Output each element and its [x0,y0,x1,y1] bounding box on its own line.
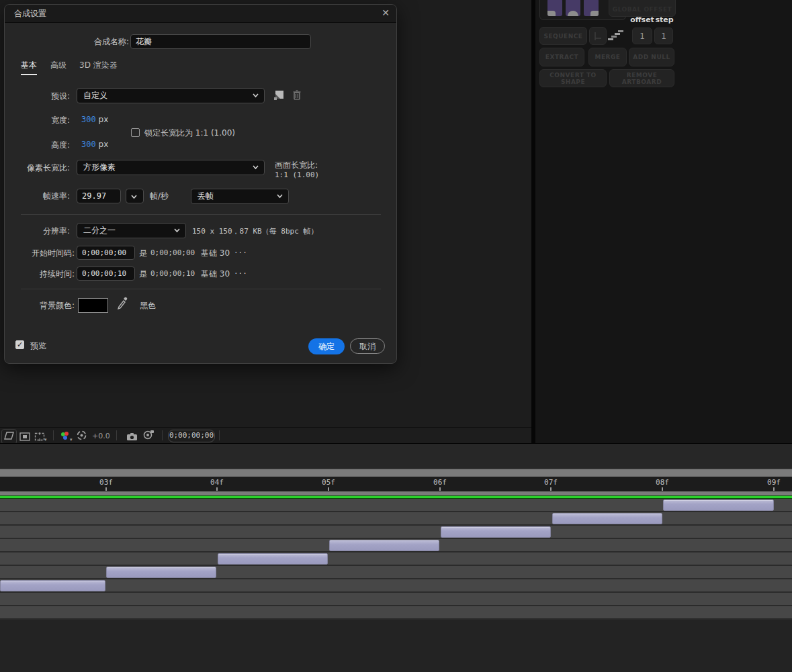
align-icon-button[interactable] [589,27,607,45]
app-window: 合成设置 ✕ 合成名称: 花瓣 基本 高级 3D 渲染器 预设: 自定义 [0,0,792,672]
duration-abs-text: 0;00;00;10 [150,269,195,278]
tab-advanced[interactable]: 高级 [50,60,67,71]
merge-button[interactable]: MERGE [588,48,627,66]
divider [21,289,381,289]
preview-timecode[interactable]: 0;00;00;00 [168,430,215,442]
ruler-tick [105,487,107,491]
timeline-scrollbar[interactable] [0,469,792,477]
chevron-down-icon: ▾ [44,437,47,442]
dropframe-dropdown[interactable]: 丢帧 [191,189,289,204]
timeline-panel: 03f04f05f06f07f08f09f [0,443,792,672]
remove-artboard-button[interactable]: REMOVE ARTBOARD [609,69,674,87]
duration-is-text: 是 [139,269,147,280]
lock-aspect-checkbox[interactable] [131,128,140,137]
background-color-name: 黑色 [140,300,156,311]
ruler-tick [773,487,775,491]
width-number[interactable]: 300 [81,115,96,124]
exposure-value[interactable]: +0.0 [92,432,110,440]
height-unit: px [99,140,109,149]
layer-duration-bar[interactable] [218,553,328,565]
dialog-titlebar[interactable]: 合成设置 ✕ [5,5,396,23]
height-value[interactable]: 300 px [81,140,108,149]
composition-name-label: 合成名称: [94,36,129,48]
background-color-swatch[interactable] [78,298,108,313]
layer-duration-bar[interactable] [106,567,216,578]
shape-draw-icon[interactable] [1,429,17,444]
preview-checkbox[interactable]: ✓ [15,340,24,349]
extract-button[interactable]: EXTRACT [539,48,584,66]
ruler-tick [439,487,441,491]
layer-thumb-icon[interactable] [547,0,562,16]
add-null-button[interactable]: ADD NULL [629,48,674,66]
width-unit: px [99,115,109,124]
layer-duration-bar[interactable] [441,526,551,538]
ruler-frame-label: 08f [656,478,669,487]
layer-thumb-icon[interactable] [584,0,599,16]
ruler-frame-label: 06f [433,478,447,487]
convert-to-shape-button[interactable]: CONVERT TO SHAPE [539,69,607,87]
resolution-dropdown[interactable]: 二分之一 [77,223,186,238]
toolbar-separator [116,430,117,440]
timeline-ruler[interactable]: 03f04f05f06f07f08f09f [0,477,792,491]
start-is-text: 是 [139,248,147,259]
offset-input[interactable]: 1 [632,28,652,44]
start-timecode-input[interactable]: 0;00;00;00 [77,246,135,260]
ruler-tick [216,487,218,491]
snapshot-camera-icon[interactable] [126,431,138,444]
chevron-down-icon [252,91,259,99]
ruler-tick [328,487,329,491]
tab-3d-renderer[interactable]: 3D 渲染器 [79,60,118,71]
frame-aspect-label: 画面长宽比: [275,160,318,171]
layer-duration-bar[interactable] [663,499,774,511]
offset-label: offset [629,15,656,24]
start-abs-text: 0;00;00;00 [150,248,195,257]
frame-rate-input[interactable]: 29.97 [77,189,121,203]
script-panel: GLOBAL OFFSET offset step SEQUENCE 1 1 E… [535,0,792,443]
duration-more-text: ... [234,267,247,276]
pixel-aspect-dropdown[interactable]: 方形像素 [77,160,265,175]
global-offset-button[interactable]: GLOBAL OFFSET [609,0,676,17]
preset-label: 预设: [51,91,70,102]
preset-dropdown[interactable]: 自定义 [77,88,265,103]
frame-rate-preset-dropdown[interactable] [126,189,144,203]
sequence-button[interactable]: SEQUENCE [539,27,587,45]
stagger-sequence-icon[interactable] [608,30,624,44]
close-icon[interactable]: ✕ [382,7,390,18]
toolbar-separator [162,430,163,440]
width-label: 宽度: [51,115,70,126]
toolbar-separator [219,430,220,440]
width-value[interactable]: 300 px [81,115,108,124]
duration-input[interactable]: 0;00;00;10 [77,267,135,281]
frame-rate-unit: 帧/秒 [150,191,169,202]
save-preset-icon[interactable] [274,90,283,99]
step-input[interactable]: 1 [654,28,673,44]
cancel-button[interactable]: 取消 [350,338,385,354]
eyedropper-icon[interactable] [116,296,128,312]
tab-basic[interactable]: 基本 [21,60,37,75]
ruler-frame-label: 04f [210,478,224,487]
layer-duration-bar[interactable] [552,513,662,524]
layer-duration-bar[interactable] [329,540,439,551]
ruler-frame-label: 07f [544,478,558,487]
ok-button[interactable]: 确定 [308,338,345,354]
composition-name-input[interactable]: 花瓣 [130,34,311,49]
composition-panel: 合成设置 ✕ 合成名称: 花瓣 基本 高级 3D 渲染器 预设: 自定义 [0,0,531,443]
show-channel-icon[interactable] [60,430,70,443]
ruler-tick [662,487,663,491]
ruler-frame-label: 05f [322,478,335,487]
show-snapshot-icon[interactable] [142,430,155,442]
ruler-frame-label: 03f [99,478,113,487]
delete-preset-icon[interactable] [292,90,302,100]
chevron-down-icon [173,226,181,234]
dialog-title: 合成设置 [14,8,46,19]
layer-thumb-icon[interactable] [566,0,580,16]
reset-exposure-icon[interactable] [77,430,87,443]
preset-value: 自定义 [83,91,107,100]
divider [21,214,381,215]
height-number[interactable]: 300 [81,140,96,149]
start-base-text: 基础 30 [201,248,230,259]
background-color-label: 背景颜色: [40,300,75,311]
comp-panel-toolbar: ▾ ▾ +0.0 0;00;00;00 [0,427,531,444]
mask-visibility-icon[interactable] [19,431,30,444]
layer-duration-bar[interactable] [0,580,105,591]
